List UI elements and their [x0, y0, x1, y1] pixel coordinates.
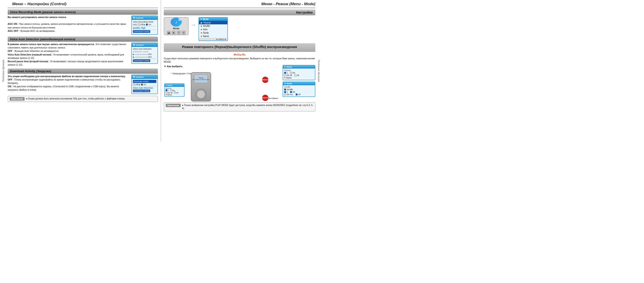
check4 — [174, 92, 176, 93]
section-header-voice-auto: Voice Auto Detection (автодетекция голос… — [8, 36, 158, 42]
section-text-voice-recording: Вы можете регулировать качество записи г… — [8, 16, 130, 35]
section-text-voice-auto: В режиме записи голоса при паузах запись… — [8, 42, 130, 67]
left-device-menu-content: Repeat 1 Dir Dir All All — [165, 87, 184, 96]
repeat-name-dot — [284, 77, 285, 78]
center-btn — [199, 92, 203, 96]
shuffle-check — [284, 88, 286, 90]
mini-mode-content-shuffle: Shuffle Shuffle 1 Dir — [283, 85, 315, 96]
mode-menu-item-shuffle[interactable]: Shuffle — [199, 24, 227, 28]
mode-icon-box: ♪ ↻ Mode 📷 ▶ ⏱ ⚙ — [164, 17, 188, 35]
on-checkbox — [141, 84, 143, 86]
shuffle-dot — [201, 26, 202, 27]
repeat-title-box: Режим повторного (Repeat)/выборочного (S… — [164, 43, 315, 52]
section-body-download: Эта опция необходима для воспроизведения… — [8, 75, 158, 94]
download-bold: Эта опция необходима для воспроизведения… — [8, 75, 126, 78]
control-title-2: Control — [136, 44, 144, 46]
control-title-3: Control — [136, 76, 144, 78]
push-btn-2[interactable]: Нажать — [262, 95, 268, 101]
mode-label: Mode — [173, 27, 180, 30]
mode-menu-item-name[interactable]: Name — [199, 34, 227, 38]
voice-auto-bold: В режиме записи голоса при паузах запись… — [8, 43, 95, 46]
section-header-voice-recording: Voice Recording Mode (режим записи голос… — [8, 10, 158, 15]
device-body: Repeat NAVI·MENU·CAMERA·INFO — [191, 72, 211, 102]
section-body-voice-auto: В режиме записи голоса при паузах запись… — [8, 42, 158, 67]
slider2[interactable] — [135, 56, 147, 58]
slider1[interactable] — [135, 54, 147, 55]
mode-disc-icon: ♪ ↻ — [170, 18, 182, 26]
download-activity-header: Download Activity — [133, 80, 156, 83]
device-diagram: ○ Предыдущее / Следующее ↻ Mode Repeat 1 — [164, 72, 281, 102]
mode-menu-item-study[interactable]: Study — [199, 31, 227, 34]
note-box-right: Замечание ● Только выбранная настройка P… — [164, 102, 315, 112]
slider1-arrow: ▶ — [133, 53, 134, 56]
agc-on-text: AGC ON : При записи голоса, уровень запи… — [8, 22, 126, 32]
settings-header: Настройки — [164, 10, 315, 15]
shuffle-all-check — [296, 94, 298, 96]
repeat-row1: 1 Dir — [166, 89, 183, 92]
mode-menu-item-intro[interactable]: Intro — [199, 28, 227, 31]
note-text-right: ● Только выбранная настройка PLAY MODE б… — [182, 104, 313, 110]
section-text-download: Эта опция необходима для воспроизведения… — [8, 75, 130, 94]
watermark: McGrp.Ru — [164, 53, 315, 56]
check2 — [170, 89, 172, 91]
menu-arrow-icon: ▶ — [201, 22, 202, 24]
note-box-left: Замечание ● Опция должна быть включена (… — [8, 96, 158, 102]
page-container: Полезные функции Меню – Настройки (Contr… — [0, 0, 322, 142]
repeat-label-left: Repeat — [166, 87, 183, 89]
right-menus-area: ↻ Mode Repeat 1 Dir — [283, 65, 315, 102]
agc-off-checkbox — [138, 24, 140, 26]
note-text-left: ● Опция должна быть включена (положение … — [26, 97, 125, 100]
note-label-right: Замечание — [166, 104, 181, 107]
shuffle-dirall-check — [284, 94, 286, 96]
name-dot — [201, 36, 202, 37]
mini-mode-content-repeat: Repeat 1 Dir Dir All — [283, 68, 315, 80]
right-main-title: Меню - Режим (Menu - Mode) — [164, 2, 315, 6]
repeat-dir-check — [290, 72, 292, 74]
right-panel: Полезные функции Меню - Режим (Menu - Mo… — [161, 0, 322, 142]
camera-icon: 📷 — [167, 31, 171, 35]
repeat-all-check — [294, 74, 296, 76]
mode-menu-box: ↻ Mode ▶ Repeat Shuffle Intro — [198, 17, 228, 41]
how-to-label: ▼ Как выбрать — [164, 65, 281, 68]
shuffle-dir-check — [290, 91, 292, 93]
watermark-container: McGrp.Ru — [164, 53, 315, 56]
mode-icon-inner: ♪ ↻ Mode — [170, 18, 182, 30]
mode-menu-title: ↻ Mode — [199, 18, 227, 21]
section-header-download: Download Activity (Загрузка) — [8, 68, 158, 74]
repeat-section-title: Режим повторного (Repeat)/выборочного (S… — [165, 45, 314, 49]
check1 — [166, 89, 167, 91]
mode-refresh-icon: ↻ — [200, 18, 202, 20]
note-label-left: Замечание — [10, 97, 24, 100]
mode-bottom-icons: 📷 ▶ ⏱ ⚙ — [167, 31, 186, 35]
mini-mode-title-shuffle: ↻ Mode — [283, 82, 315, 85]
repeat-row2: Dir All All — [166, 92, 183, 94]
left-panel: Полезные функции Меню – Настройки (Contr… — [0, 0, 161, 142]
off-checkbox — [133, 84, 135, 86]
mode-menu-item-repeat[interactable]: ▶ Repeat — [199, 21, 227, 24]
check3 — [166, 92, 167, 93]
shuffle-1-check — [284, 91, 286, 93]
left-main-title: Меню – Настройки (Control) — [8, 2, 158, 6]
gear-icon-2: ⚙ — [133, 44, 135, 46]
clock-icon: ⏱ — [176, 31, 181, 35]
section-body-voice-recording: Вы можете регулировать качество записи г… — [8, 16, 158, 35]
control-content-3: Download Activity Off ▶ On Voice Auto De… — [132, 79, 158, 94]
how-to-left: ▼ Как выбрать ○ Предыдущее / Следующее ↻… — [164, 65, 281, 102]
control-box-voice-recording: ⚙ Control Voice Recording Mode AGC Off ▶ — [131, 16, 158, 35]
control-content-1: Voice Recording Mode AGC Off ▶ On Qualit… — [132, 20, 158, 34]
repeat-dirall-check — [284, 74, 286, 76]
control-title-1: Control — [136, 17, 144, 19]
slider2-arrow: ▶ — [133, 56, 134, 58]
how-to-section: ▼ Как выбрать ○ Предыдущее / Следующее ↻… — [164, 65, 315, 102]
gear-icon-3: ⚙ — [133, 76, 135, 78]
control-box-download: ⚙ Control Download Activity Off ▶ On — [131, 75, 158, 94]
agc-play-icon: ▶ — [144, 24, 145, 26]
repeat-1-check — [284, 72, 286, 74]
left-device-menu: ↻ Mode Repeat 1 Dir Dir All — [164, 84, 184, 97]
right-side-label: Полезные функции — [318, 60, 320, 82]
repeat-row3: Name — [166, 94, 183, 96]
push-btn-1[interactable]: Нажать — [262, 77, 268, 83]
name-dot-left — [166, 94, 167, 96]
mode-select-label: ◄ Select ► — [199, 38, 227, 40]
gear-icon: ⚙ — [133, 16, 135, 20]
